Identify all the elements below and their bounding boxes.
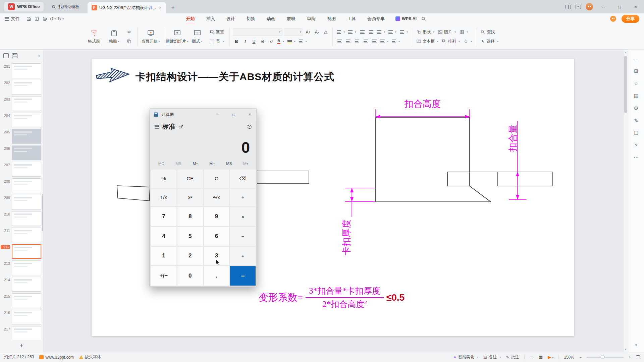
- section-button[interactable]: 节: [209, 38, 225, 45]
- wps-home-button[interactable]: W WPS Office: [4, 2, 44, 11]
- key-square[interactable]: x²: [177, 189, 203, 206]
- memory-store-button[interactable]: MS: [226, 162, 232, 166]
- slide-title[interactable]: 卡扣结构设计——关于ABS材质的计算公式: [136, 70, 334, 84]
- slide-thumbnail[interactable]: 214: [0, 276, 43, 293]
- normal-view-button[interactable]: ▭: [530, 355, 534, 360]
- slide-thumbnail[interactable]: 208: [0, 178, 43, 194]
- tab-home[interactable]: 开始: [185, 14, 196, 23]
- bold-button[interactable]: B: [233, 38, 240, 45]
- key-1[interactable]: 1: [151, 247, 176, 265]
- tab-tools[interactable]: 工具: [346, 14, 357, 23]
- key-reciprocal[interactable]: 1/x: [151, 189, 176, 206]
- key-decimal[interactable]: .: [204, 266, 229, 286]
- more-tools-icon[interactable]: ⋯: [634, 155, 639, 161]
- calc-maximize-button[interactable]: □: [227, 109, 240, 120]
- key-multiply[interactable]: ×: [230, 207, 256, 226]
- search-command-button[interactable]: [420, 15, 428, 22]
- font-size-select[interactable]: [284, 28, 303, 36]
- tab-document-active[interactable]: P UG NX 2306产品结构设计训... ×: [88, 2, 166, 13]
- undo-button[interactable]: ↺: [49, 15, 57, 22]
- key-divide[interactable]: ÷: [230, 189, 256, 206]
- highlight-color-button[interactable]: [286, 38, 297, 45]
- settings-icon[interactable]: ⚙: [634, 105, 638, 111]
- feedback-icon[interactable]: [610, 16, 616, 22]
- fit-slide-button[interactable]: [636, 355, 640, 359]
- properties-icon[interactable]: ⊞: [634, 68, 638, 74]
- play-from-current-button[interactable]: 当页开始: [141, 26, 161, 47]
- slide-thumbnail[interactable]: 211: [0, 227, 43, 243]
- key-sqrt[interactable]: ²√x: [204, 189, 229, 206]
- key-percent[interactable]: %: [151, 170, 176, 188]
- key-6[interactable]: 6: [204, 227, 229, 246]
- tab-close-icon[interactable]: ×: [158, 5, 162, 10]
- scroll-up-icon[interactable]: ▲: [625, 51, 627, 54]
- scroll-down-icon[interactable]: ▼: [625, 348, 627, 351]
- slide-thumbnail[interactable]: 202: [0, 79, 43, 96]
- slide-thumbnail[interactable]: 205: [0, 128, 43, 145]
- shapes-button[interactable]: 形状: [415, 28, 435, 36]
- find-button[interactable]: 查找: [479, 28, 496, 36]
- editing-canvas[interactable]: 卡扣结构设计——关于ABS材质的计算公式: [44, 50, 628, 352]
- split-screen-icon[interactable]: [566, 5, 571, 9]
- textbox-button[interactable]: 文本框: [415, 38, 439, 45]
- tab-docer-templates[interactable]: 找稻壳模板: [48, 2, 84, 12]
- key-9[interactable]: 9: [204, 207, 229, 226]
- calculator-titlebar[interactable]: 计算器 ─ □ ×: [150, 109, 257, 120]
- tab-review[interactable]: 审阅: [306, 14, 316, 23]
- key-7[interactable]: 7: [151, 207, 176, 226]
- clear-format-button[interactable]: [322, 28, 329, 36]
- memory-recall-button[interactable]: MR: [175, 162, 181, 166]
- tab-membership[interactable]: 会员专享: [367, 14, 385, 23]
- notes-button[interactable]: ▤ 备注: [483, 354, 501, 360]
- key-8[interactable]: 8: [177, 207, 203, 226]
- decrease-font-button[interactable]: A-: [313, 28, 321, 36]
- panel-scrollbar[interactable]: [42, 194, 43, 231]
- keep-on-top-icon[interactable]: [178, 124, 183, 129]
- decrease-indent-button[interactable]: [359, 28, 366, 36]
- paragraph-settings-button[interactable]: [391, 38, 401, 45]
- help-icon[interactable]: ?: [635, 142, 637, 148]
- calc-menu-icon[interactable]: [155, 125, 159, 129]
- zoom-out-button[interactable]: −: [579, 355, 582, 360]
- slide-thumbnail[interactable]: 213: [0, 260, 43, 276]
- key-clear-entry[interactable]: CE: [177, 170, 203, 188]
- copy-button[interactable]: [125, 38, 133, 45]
- slide-thumbnail[interactable]: 201: [0, 63, 43, 79]
- slide-thumbnail[interactable]: 203: [0, 96, 43, 112]
- tab-slideshow[interactable]: 放映: [286, 14, 296, 23]
- underline-button[interactable]: U: [250, 38, 258, 45]
- zoom-slider[interactable]: [587, 357, 624, 358]
- expand-panel-icon[interactable]: ›: [38, 53, 40, 58]
- new-slide-button[interactable]: 新建幻灯片: [167, 26, 187, 47]
- canvas-scrollbar-thumb[interactable]: [624, 56, 627, 113]
- icon-library-button[interactable]: [458, 28, 469, 36]
- tab-design[interactable]: 设计: [226, 14, 236, 23]
- clipboard-panel-icon[interactable]: ❏: [634, 130, 638, 136]
- window-close-button[interactable]: ×: [630, 4, 641, 10]
- picture-button[interactable]: 图片: [437, 28, 457, 36]
- redo-button[interactable]: ↻: [57, 15, 65, 22]
- wps-ai-button[interactable]: WPS AI: [395, 16, 417, 21]
- fill-tool-button[interactable]: [462, 38, 473, 45]
- key-0[interactable]: 0: [177, 266, 203, 286]
- memory-add-button[interactable]: M+: [193, 162, 198, 166]
- outline-view-icon[interactable]: [3, 53, 9, 58]
- slide-212[interactable]: 卡扣结构设计——关于ABS材质的计算公式: [92, 59, 574, 336]
- slide-thumbnail-selected[interactable]: 212: [0, 243, 43, 260]
- slide-thumbnail[interactable]: 217: [0, 325, 43, 340]
- numbering-button[interactable]: [347, 28, 357, 36]
- comments-button[interactable]: ✎ 批注: [506, 354, 519, 360]
- columns-button[interactable]: [379, 38, 389, 45]
- increase-indent-button[interactable]: [367, 28, 375, 36]
- start-slideshow-button[interactable]: ▶: [548, 355, 553, 360]
- deformation-formula[interactable]: 变形系数= 3*扣合量*卡扣厚度 2*扣合高度2 ≤0.5: [259, 285, 405, 310]
- font-color-button[interactable]: A: [276, 38, 285, 45]
- share-button[interactable]: 分享: [622, 15, 639, 23]
- slide-thumbnail[interactable]: 215: [0, 293, 43, 309]
- zoom-slider-thumb[interactable]: [601, 355, 605, 359]
- justify-button[interactable]: [362, 38, 369, 45]
- window-minimize-button[interactable]: ─: [598, 4, 609, 10]
- font-family-select[interactable]: [233, 28, 282, 36]
- tab-insert[interactable]: 插入: [206, 14, 216, 23]
- favorites-icon[interactable]: ☆: [634, 80, 638, 86]
